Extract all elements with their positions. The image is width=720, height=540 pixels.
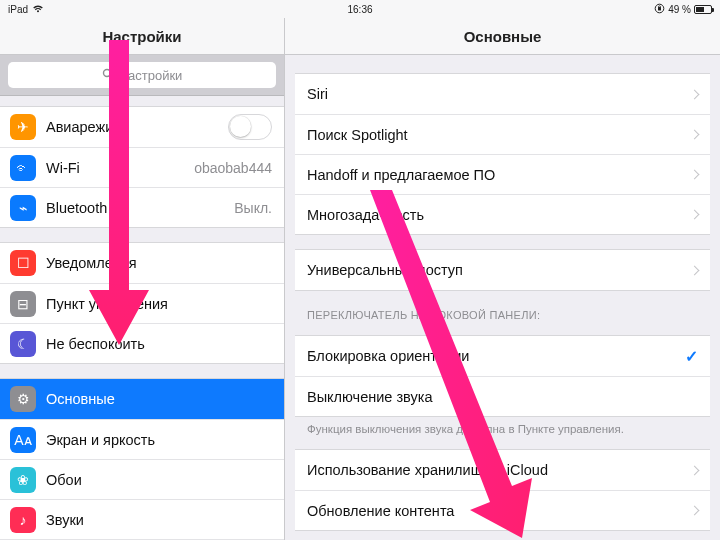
detail-row-label: Handoff и предлагаемое ПО [307, 167, 495, 183]
detail-row[interactable]: Многозадачность [295, 194, 710, 234]
sidebar-item-label: Основные [46, 391, 115, 407]
sidebar-item-notifications[interactable]: ☐Уведомления [0, 243, 284, 283]
chevron-right-icon [690, 130, 700, 140]
sidebar-item-label: Звуки [46, 512, 84, 528]
section-footer: Функция выключения звука доступна в Пунк… [307, 423, 698, 435]
sidebar-item-label: Уведомления [46, 255, 137, 271]
sidebar-item-wifi[interactable]: ᯤWi-Fiobaobab444 [0, 147, 284, 187]
search-icon [102, 68, 114, 83]
airplane-toggle[interactable] [228, 114, 272, 140]
check-icon: ✓ [685, 347, 698, 366]
wifi-icon [32, 4, 44, 15]
sidebar-item-dnd[interactable]: ☾Не беспокоить [0, 323, 284, 363]
detail-title: Основные [285, 18, 720, 55]
sidebar-item-wallpaper[interactable]: ❀Обои [0, 459, 284, 499]
svg-rect-2 [659, 5, 661, 7]
detail-row-label: Обновление контента [307, 503, 454, 519]
sidebar-item-controlcenter[interactable]: ⊟Пункт управления [0, 283, 284, 323]
sidebar-item-label: Не беспокоить [46, 336, 145, 352]
sidebar-item-label: Bluetooth [46, 200, 107, 216]
detail-row[interactable]: Выключение звука [295, 376, 710, 416]
wifi-icon: ᯤ [10, 155, 36, 181]
display-icon: Aᴀ [10, 427, 36, 453]
sidebar-item-general[interactable]: ⚙Основные [0, 379, 284, 419]
detail-row[interactable]: Поиск Spotlight [295, 114, 710, 154]
sidebar-item-airplane[interactable]: ✈Авиарежим [0, 107, 284, 147]
detail-row[interactable]: Siri [295, 74, 710, 114]
detail-row[interactable]: Использование хранилища и iCloud [295, 450, 710, 490]
battery-icon [694, 5, 712, 14]
sounds-icon: ♪ [10, 507, 36, 533]
detail-row-label: Многозадачность [307, 207, 424, 223]
detail-row-label: Поиск Spotlight [307, 127, 408, 143]
controlcenter-icon: ⊟ [10, 291, 36, 317]
detail-row-label: Siri [307, 86, 328, 102]
detail-row[interactable]: Handoff и предлагаемое ПО [295, 154, 710, 194]
detail-row-label: Выключение звука [307, 389, 432, 405]
sidebar-item-label: Авиарежим [46, 119, 123, 135]
sidebar-item-display[interactable]: AᴀЭкран и яркость [0, 419, 284, 459]
sidebar-item-label: Wi-Fi [46, 160, 80, 176]
chevron-right-icon [690, 265, 700, 275]
chevron-right-icon [690, 89, 700, 99]
device-label: iPad [8, 4, 28, 15]
sidebar-item-label: Обои [46, 472, 82, 488]
wallpaper-icon: ❀ [10, 467, 36, 493]
chevron-right-icon [690, 465, 700, 475]
detail-row-label: Универсальный доступ [307, 262, 463, 278]
svg-line-4 [109, 75, 112, 78]
battery-pct: 49 % [668, 4, 691, 15]
rotation-lock-icon [654, 3, 665, 16]
clock: 16:36 [347, 4, 372, 15]
chevron-right-icon [690, 506, 700, 516]
detail-row-label: Блокировка ориентации [307, 348, 469, 364]
general-icon: ⚙ [10, 386, 36, 412]
detail-row[interactable]: Универсальный доступ [295, 250, 710, 290]
detail-row-label: Использование хранилища и iCloud [307, 462, 548, 478]
section-header: ПЕРЕКЛЮЧАТЕЛЬ НА БОКОВОЙ ПАНЕЛИ: [307, 309, 698, 321]
sidebar-item-value: obaobab444 [194, 160, 272, 176]
chevron-right-icon [690, 210, 700, 220]
notifications-icon: ☐ [10, 250, 36, 276]
status-bar: iPad 16:36 49 % [0, 0, 720, 18]
sidebar-item-bluetooth[interactable]: ⌁BluetoothВыкл. [0, 187, 284, 227]
bluetooth-icon: ⌁ [10, 195, 36, 221]
dnd-icon: ☾ [10, 331, 36, 357]
search-input[interactable]: Настройки [8, 62, 276, 88]
airplane-icon: ✈ [10, 114, 36, 140]
detail-panel: Основные SiriПоиск SpotlightHandoff и пр… [285, 18, 720, 540]
sidebar-title: Настройки [0, 18, 284, 55]
detail-row[interactable]: Блокировка ориентации✓ [295, 336, 710, 376]
sidebar: Настройки Настройки ✈АвиарежимᯤWi-Fiobao… [0, 18, 285, 540]
search-placeholder: Настройки [119, 68, 183, 83]
chevron-right-icon [690, 170, 700, 180]
search-wrap: Настройки [0, 55, 284, 96]
sidebar-item-sounds[interactable]: ♪Звуки [0, 499, 284, 539]
sidebar-item-label: Пункт управления [46, 296, 168, 312]
detail-row[interactable]: Обновление контента [295, 490, 710, 530]
sidebar-item-label: Экран и яркость [46, 432, 155, 448]
sidebar-item-value: Выкл. [234, 200, 272, 216]
